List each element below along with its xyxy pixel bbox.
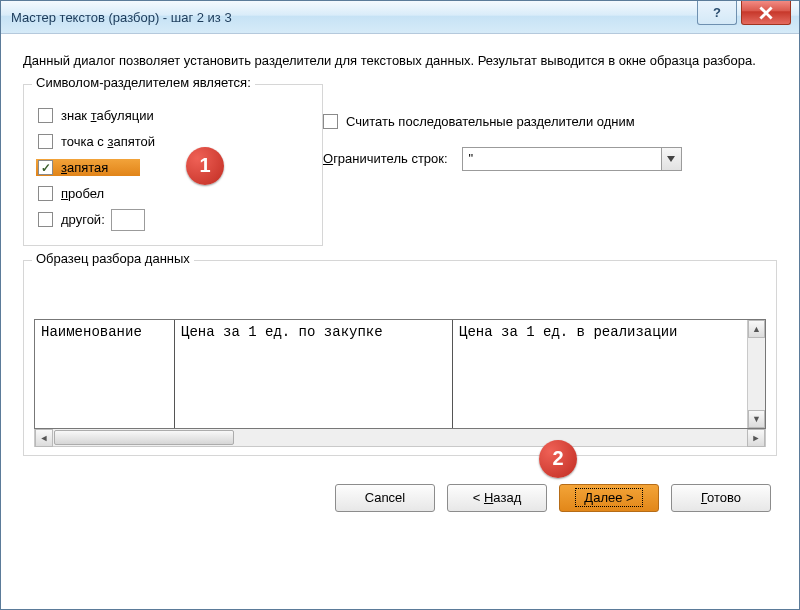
preview-group: Образец разбора данных Наименование Цена… — [23, 260, 777, 456]
delimiter-space-row[interactable]: пробел — [34, 181, 312, 207]
delimiter-other-label: другой: — [61, 212, 105, 227]
annotation-marker-2: 2 — [539, 440, 577, 478]
delimiter-other-row[interactable]: другой: — [34, 207, 312, 233]
next-button[interactable]: Далее > — [559, 484, 659, 512]
checkbox-icon — [38, 186, 53, 201]
horizontal-scrollbar[interactable]: ◄ ► — [34, 429, 766, 447]
consecutive-label: Считать последовательные разделители одн… — [346, 114, 635, 129]
preview-col-3: Цена за 1 ед. в реализации — [453, 320, 765, 428]
delimiter-group-title: Символом-разделителем является: — [32, 75, 255, 90]
help-button[interactable]: ? — [697, 1, 737, 25]
preview-title: Образец разбора данных — [32, 251, 194, 266]
dialog-window: Мастер текстов (разбор) - шаг 2 из 3 ? Д… — [0, 0, 800, 610]
back-label: < Назад — [473, 490, 521, 505]
close-button[interactable] — [741, 1, 791, 25]
button-bar: 2 Cancel < Назад Далее > Готово — [23, 484, 777, 512]
preview-pane: Наименование Цена за 1 ед. по закупке Це… — [34, 319, 766, 429]
delimiter-group: Символом-разделителем является: знак таб… — [23, 84, 323, 246]
finish-label: Готово — [701, 490, 741, 505]
checkbox-icon — [38, 212, 53, 227]
cancel-label: Cancel — [365, 490, 405, 505]
qualifier-row: Ограничитель строк: " — [323, 147, 777, 171]
scroll-down-icon: ▼ — [748, 410, 765, 428]
delimiter-tab-label: знак табуляции — [61, 108, 154, 123]
delimiter-comma-row[interactable]: запятая — [34, 155, 312, 181]
delimiter-other-input[interactable] — [111, 209, 145, 231]
description-text: Данный диалог позволяет установить разде… — [23, 52, 777, 70]
preview-col-1: Наименование — [35, 320, 175, 428]
checkbox-icon — [38, 160, 53, 175]
next-label: Далее > — [575, 488, 642, 507]
chevron-down-icon — [661, 148, 681, 170]
checkbox-icon — [323, 114, 338, 129]
dialog-content: Данный диалог позволяет установить разде… — [1, 34, 799, 526]
window-title: Мастер текстов (разбор) - шаг 2 из 3 — [11, 10, 697, 25]
consecutive-row[interactable]: Считать последовательные разделители одн… — [323, 114, 777, 129]
highlight-selection: запятая — [36, 159, 140, 176]
delimiter-options-right: Считать последовательные разделители одн… — [323, 84, 777, 189]
scroll-thumb[interactable] — [54, 430, 234, 445]
close-icon — [759, 6, 773, 20]
preview-col-2: Цена за 1 ед. по закупке — [175, 320, 453, 428]
title-bar: Мастер текстов (разбор) - шаг 2 из 3 ? — [1, 1, 799, 34]
delimiter-comma-label: запятая — [61, 160, 108, 175]
qualifier-label: Ограничитель строк: — [323, 151, 448, 166]
preview-columns: Наименование Цена за 1 ед. по закупке Це… — [35, 320, 765, 428]
back-button[interactable]: < Назад — [447, 484, 547, 512]
cancel-button[interactable]: Cancel — [335, 484, 435, 512]
scroll-right-icon: ► — [747, 429, 765, 447]
delimiter-semicolon-row[interactable]: точка с запятой — [34, 129, 312, 155]
checkbox-icon — [38, 134, 53, 149]
delimiters-area: Символом-разделителем является: знак таб… — [23, 84, 777, 260]
scroll-up-icon: ▲ — [748, 320, 765, 338]
vertical-scrollbar[interactable]: ▲ ▼ — [747, 320, 765, 428]
title-buttons: ? — [697, 1, 799, 33]
qualifier-combo[interactable]: " — [462, 147, 682, 171]
qualifier-value: " — [469, 151, 474, 166]
annotation-marker-1: 1 — [186, 147, 224, 185]
delimiter-tab-row[interactable]: знак табуляции — [34, 103, 312, 129]
finish-button[interactable]: Готово — [671, 484, 771, 512]
scroll-left-icon: ◄ — [35, 429, 53, 447]
delimiter-semicolon-label: точка с запятой — [61, 134, 155, 149]
checkbox-icon — [38, 108, 53, 123]
delimiter-space-label: пробел — [61, 186, 104, 201]
